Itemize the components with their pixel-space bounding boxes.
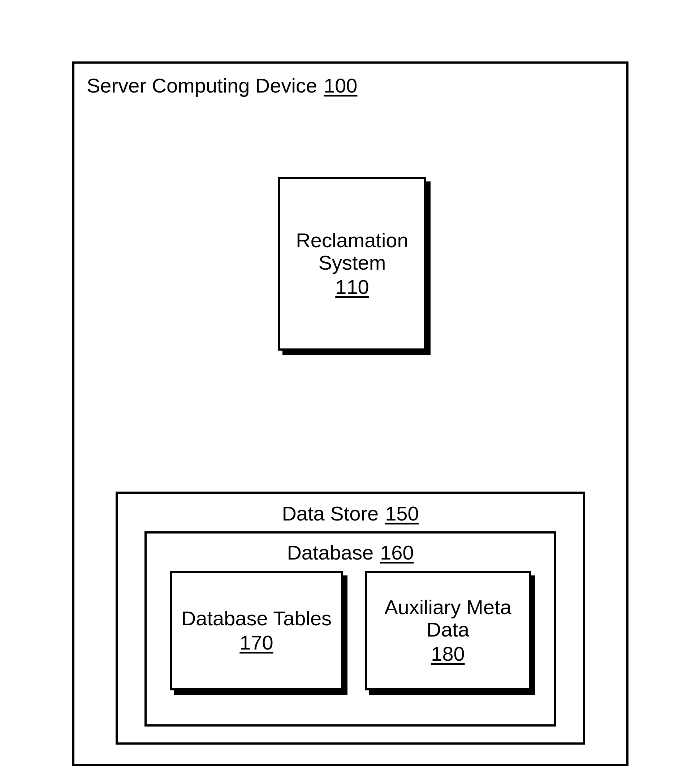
data-store-ref: 150 <box>385 502 419 525</box>
server-computing-device-label: Server Computing Device <box>87 74 317 97</box>
reclamation-system-ref: 110 <box>296 275 408 298</box>
reclamation-system-label-line2: System <box>296 252 408 274</box>
data-store-label: Data Store <box>282 502 378 525</box>
diagram-canvas: Server Computing Device 100 Reclamation … <box>0 0 687 784</box>
database-tables-box: Database Tables 170 <box>170 571 343 690</box>
database-label: Database <box>287 541 373 564</box>
server-computing-device-ref: 100 <box>324 74 357 97</box>
database-tables-ref: 170 <box>181 631 332 654</box>
auxiliary-meta-data-box: Auxiliary Meta Data 180 <box>365 571 531 690</box>
database-tables-label: Database Tables <box>181 607 332 630</box>
auxiliary-meta-data-ref: 180 <box>384 642 511 665</box>
auxiliary-meta-data-label-line1: Auxiliary Meta <box>384 596 511 618</box>
database-ref: 160 <box>380 541 414 564</box>
reclamation-system-label-line1: Reclamation <box>296 229 408 252</box>
auxiliary-meta-data-label-line2: Data <box>384 618 511 641</box>
reclamation-system-box: Reclamation System 110 <box>278 177 426 351</box>
